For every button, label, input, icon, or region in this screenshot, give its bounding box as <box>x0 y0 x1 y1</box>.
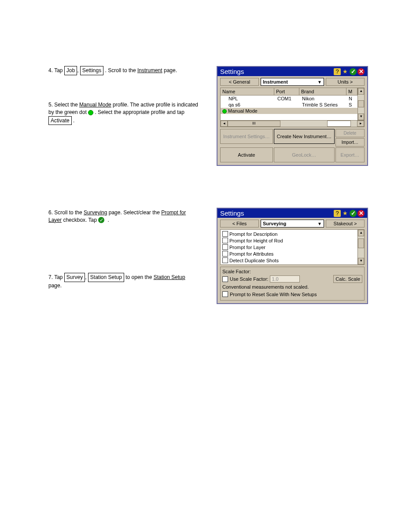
instrument-settings-button[interactable]: Instrument Settings… <box>220 129 273 144</box>
list-item[interactable]: Prompt for Layer <box>221 244 357 250</box>
delete-button[interactable]: Delete <box>335 129 365 137</box>
calc-scale-button[interactable]: Calc. Scale <box>333 275 362 283</box>
horizontal-scrollbar[interactable]: ◂ III ▸ <box>220 121 365 127</box>
instruction-5: 5. Select the Manual Mode profile. The a… <box>48 101 198 125</box>
col-name[interactable]: Name <box>221 88 274 95</box>
scroll-down-icon[interactable]: ▾ <box>358 114 364 120</box>
page-selector[interactable]: Instrument ▼ <box>261 78 324 86</box>
checkbox[interactable] <box>222 251 228 257</box>
station-setup-button-label: Station Setup <box>88 273 124 282</box>
scale-legend: Scale Factor: <box>222 269 362 274</box>
row-m <box>347 108 357 114</box>
instruction-7: 7. Tap Survey, Station Setup to open the… <box>48 273 198 290</box>
scroll-thumb[interactable]: III <box>228 121 280 127</box>
col-m[interactable]: M <box>346 88 357 95</box>
row-name: NPL <box>221 95 276 102</box>
use-scale-checkbox[interactable] <box>222 276 228 282</box>
panel-titlebar: Settings ? ★ ✓ ✕ <box>217 67 367 76</box>
row-m: N <box>347 95 357 102</box>
vertical-scrollbar[interactable]: ▴ ▾ <box>357 88 364 120</box>
geolock-button[interactable]: GeoLock… <box>274 147 335 162</box>
check-label: Prompt for Height of Rod <box>229 238 283 243</box>
create-new-instrument-button[interactable]: Create New Instrument… <box>274 129 335 144</box>
checkbox[interactable] <box>222 257 228 263</box>
page-selector[interactable]: Surveying ▼ <box>261 220 324 227</box>
checkbox[interactable] <box>222 238 228 243</box>
step6-prefix: 6. Scroll to the <box>48 209 84 216</box>
activate-button[interactable]: Activate <box>220 147 273 162</box>
next-page-button[interactable]: Units > <box>326 78 365 86</box>
star-icon[interactable]: ★ <box>342 210 349 217</box>
panel-title: Settings <box>220 68 333 75</box>
export-button[interactable]: Export… <box>335 147 365 162</box>
checkbox[interactable] <box>222 231 228 237</box>
prev-page-button[interactable]: < Files <box>220 220 259 227</box>
nav-row: < General Instrument ▼ Units > <box>217 76 367 88</box>
scroll-left-icon[interactable]: ◂ <box>221 121 228 127</box>
ok-icon[interactable]: ✓ <box>350 210 357 217</box>
table-row[interactable]: NPL COM1 Nikon N <box>221 95 357 102</box>
prompt-reset-checkbox[interactable] <box>222 291 228 297</box>
close-icon[interactable]: ✕ <box>357 210 365 217</box>
step6-end: . <box>108 217 109 223</box>
star-icon[interactable]: ★ <box>342 68 349 75</box>
check-label: Detect Duplicate Shots <box>229 258 279 263</box>
prev-page-button[interactable]: < General <box>220 78 259 86</box>
row-m: S <box>347 102 357 108</box>
step6-mid2: checkbox. Tap <box>63 217 98 223</box>
scroll-thumb[interactable] <box>358 238 364 248</box>
checklist: Prompt for Description Prompt for Height… <box>220 229 365 265</box>
row-brand <box>300 108 347 114</box>
list-item[interactable]: Prompt for Height of Rod <box>221 237 357 244</box>
step4-page: page. <box>164 67 177 73</box>
close-icon[interactable]: ✕ <box>357 68 365 75</box>
settings-surveying-panel: Settings ? ★ ✓ ✕ < Files Surveying ▼ Sta… <box>217 208 368 304</box>
col-brand[interactable]: Brand <box>299 88 346 95</box>
manual-mode-link: Manual Mode <box>79 102 111 108</box>
step4-text: 4. Tap <box>48 67 64 73</box>
list-item[interactable]: Prompt for Description <box>221 231 357 237</box>
import-button[interactable]: Import… <box>335 138 365 147</box>
scale-factor-input[interactable]: 1.0 <box>270 275 300 283</box>
scroll-thumb[interactable] <box>358 100 364 107</box>
help-icon[interactable]: ? <box>334 210 341 217</box>
nav-row: < Files Surveying ▼ Stakeout > <box>217 218 367 229</box>
row-brand: Nikon <box>300 95 347 102</box>
scroll-right-icon[interactable]: ▸ <box>357 121 364 127</box>
row-name-text: Manual Mode <box>228 108 258 114</box>
instrument-link: Instrument <box>137 67 162 73</box>
panel-titlebar: Settings ? ★ ✓ ✕ <box>217 209 367 218</box>
scroll-up-icon[interactable]: ▴ <box>358 230 364 236</box>
scale-factor-group: Scale Factor: Use Scale Factor: 1.0 Calc… <box>220 267 365 301</box>
scroll-up-icon[interactable]: ▴ <box>358 88 364 95</box>
table-row[interactable]: Manual Mode <box>221 108 357 114</box>
instruction-6: 6. Scroll to the Surveying page. Select/… <box>48 209 198 224</box>
scroll-down-icon[interactable]: ▾ <box>358 258 364 264</box>
scroll-gap <box>327 121 351 127</box>
step7-page: page. <box>48 283 62 289</box>
list-item[interactable]: Detect Duplicate Shots <box>221 257 357 264</box>
job-button-label: Job <box>64 66 77 75</box>
accept-icon: ✓ <box>98 217 104 223</box>
vertical-scrollbar[interactable]: ▴ ▾ <box>357 230 364 264</box>
check-label: Prompt for Layer <box>229 245 265 250</box>
list-item[interactable]: Prompt for Attributes <box>221 250 357 257</box>
active-indicator-icon <box>222 109 227 114</box>
activate-button-label: Activate <box>48 116 72 125</box>
prompt-reset-label: Prompt to Reset Scale With New Setups <box>230 292 317 297</box>
settings-instrument-panel: Settings ? ★ ✓ ✕ < General Instrument ▼ … <box>217 66 368 166</box>
next-page-button[interactable]: Stakeout > <box>326 220 365 227</box>
step7-prefix: 7. Tap <box>48 274 64 280</box>
row-brand: Trimble S Series <box>300 102 347 108</box>
step4-mid: . Scroll to the <box>105 67 137 73</box>
step5-prefix: 5. Select the <box>48 102 79 108</box>
instruction-4: 4. Tap Job, Settings . Scroll to the Ins… <box>48 66 198 75</box>
help-icon[interactable]: ? <box>334 68 341 75</box>
station-setup-link: Station Setup <box>154 274 185 280</box>
button-grid: Instrument Settings… Create New Instrume… <box>217 127 367 165</box>
checkbox[interactable] <box>222 244 228 250</box>
chevron-down-icon: ▼ <box>317 221 322 226</box>
table-row[interactable]: qa s6 Trimble S Series S <box>221 102 357 108</box>
col-port[interactable]: Port <box>274 88 299 95</box>
ok-icon[interactable]: ✓ <box>350 68 357 75</box>
